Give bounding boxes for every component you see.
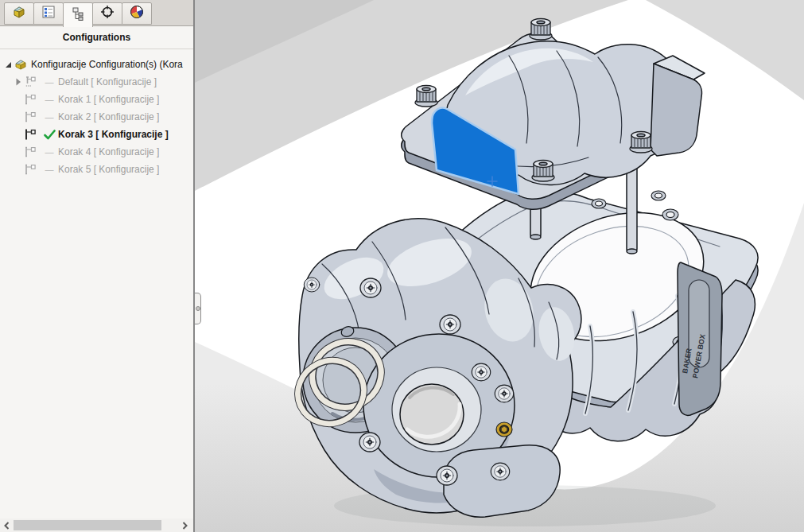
dimxpertmanager-icon [99,4,115,23]
config-flag-icon [24,146,38,158]
viewport-canvas[interactable]: BAKER POWER BOX [195,0,804,532]
config-row-korak2[interactable]: — Korak 2 [ Konfiguracije ] [0,108,193,126]
suppress-dash: — [41,147,58,157]
config-flag-icon-active [24,128,38,141]
active-config-check-icon [41,130,58,140]
config-row-korak1[interactable]: — Korak 1 [ Konfiguracije ] [0,91,193,108]
socket-screw [359,433,380,452]
config-label[interactable]: Korak 2 [ Konfiguracije ] [58,111,159,122]
tab-displaymanager[interactable] [122,2,152,25]
manager-tab-bar [0,0,193,26]
configuration-manager-panel: Configurations Konfiguracije Configurati… [0,0,193,532]
scrollbar-thumb[interactable] [14,520,161,530]
config-row-default[interactable]: — Default [ Konfiguracije ] [0,73,193,91]
suppress-dash: — [41,165,58,174]
config-flag-icon [24,111,38,123]
knurled-screw [530,19,552,41]
graphics-viewport[interactable]: BAKER POWER BOX [195,0,804,532]
socket-screw [360,278,381,297]
suppress-dash: — [41,77,58,87]
splitter-grip-dot [196,306,200,311]
derived-config-icon [24,76,38,88]
configuration-tree: Konfiguracije Configuration(s) (Kora — D… [0,49,193,178]
config-row-korak4[interactable]: — Korak 4 [ Konfiguracije ] [0,143,193,161]
panel-splitter[interactable] [193,0,195,532]
socket-screw [437,466,457,485]
scroll-right-button[interactable] [178,518,191,532]
config-label[interactable]: Default [ Konfiguracije ] [58,76,157,87]
socket-screw [472,363,490,381]
config-label[interactable]: Korak 1 [ Konfiguracije ] [58,94,159,105]
tab-dimxpertmanager[interactable] [92,2,122,25]
tab-featuremanager[interactable] [4,2,34,25]
displaymanager-icon [129,4,145,23]
tab-configurationmanager[interactable] [63,2,93,27]
panel-title: Configurations [0,26,193,49]
socket-screw [304,278,320,292]
config-root-label[interactable]: Konfiguracije Configuration(s) (Kora [31,59,183,70]
splitter-handle[interactable] [195,293,201,324]
config-row-korak5[interactable]: — Korak 5 [ Konfiguracije ] [0,161,193,178]
expand-collapse-icon[interactable] [13,78,23,86]
config-label[interactable]: Korak 3 [ Konfiguracije ] [58,129,169,140]
expand-collapse-icon[interactable] [3,61,14,68]
config-label[interactable]: Korak 4 [ Konfiguracije ] [58,146,159,157]
horizontal-scrollbar[interactable] [0,518,193,532]
knurled-screw [630,132,652,153]
solidworks-window: { "panel": { "tabs": [ {"icon": "feature… [0,0,804,532]
knurled-screw [415,86,437,107]
config-flag-icon [24,93,38,106]
configurations-root-icon [14,58,29,71]
tab-propertymanager[interactable] [33,2,64,25]
gold-plug [496,422,512,437]
config-flag-icon [24,163,38,176]
config-row-korak3-active[interactable]: Korak 3 [ Konfiguracije ] [0,126,193,143]
socket-screw [440,315,460,334]
suppress-dash: — [41,112,58,122]
socket-screw [495,385,513,402]
suppress-dash: — [41,95,58,104]
socket-screw [491,463,509,480]
configurationmanager-icon [70,6,86,25]
scroll-left-button[interactable] [0,518,13,532]
config-root-row[interactable]: Konfiguracije Configuration(s) (Kora [0,56,193,73]
config-label[interactable]: Korak 5 [ Konfiguracije ] [58,164,159,175]
featuremanager-tree-icon [11,4,27,23]
knurled-screw [532,161,554,182]
propertymanager-icon [41,4,56,23]
